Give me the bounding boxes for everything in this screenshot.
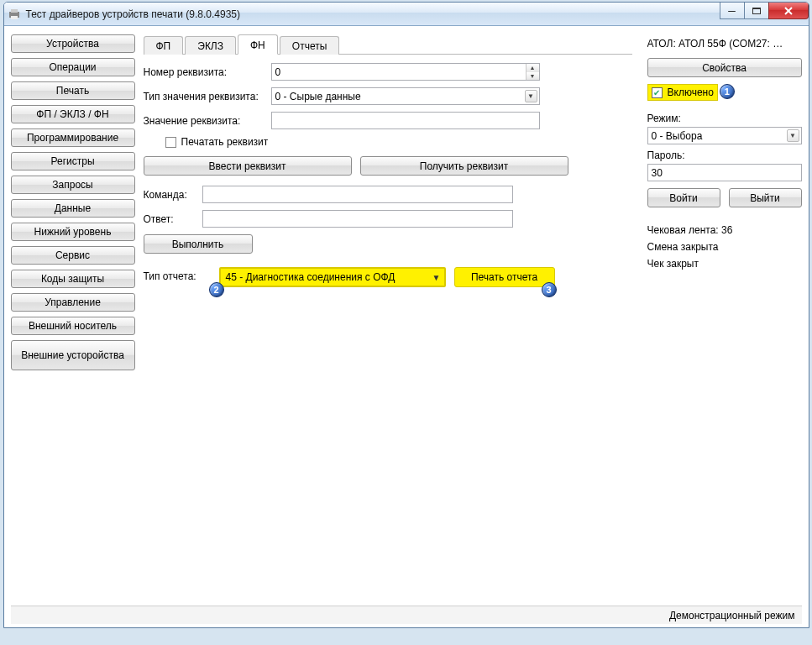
annotation-badge-1: 1	[720, 84, 735, 99]
window-title: Тест драйверов устройств печати (9.8.0.4…	[26, 8, 240, 20]
chevron-down-icon: ▼	[432, 273, 441, 282]
nav-protection[interactable]: Коды защиты	[11, 270, 135, 288]
nav-external-media[interactable]: Внешний носитель	[11, 317, 135, 335]
nav-programming[interactable]: Программирование	[11, 128, 135, 147]
label-report-type: Тип отчета:	[144, 267, 219, 282]
chevron-down-icon: ▼	[787, 129, 799, 142]
right-panel: АТОЛ: АТОЛ 55Ф (COM27: … Свойства ✔ Вклю…	[641, 34, 802, 622]
minimize-button[interactable]: ─	[720, 3, 745, 19]
label-req-num: Номер реквизита:	[144, 66, 271, 78]
tab-fn[interactable]: ФН	[238, 34, 278, 55]
nav-control[interactable]: Управление	[11, 293, 135, 312]
enabled-checkbox[interactable]: ✔	[652, 87, 663, 98]
tape-status: Чековая лента: 36	[647, 224, 802, 236]
label-req-type: Тип значения реквизита:	[144, 91, 271, 102]
svg-rect-1	[11, 9, 18, 13]
label-password: Пароль:	[647, 149, 802, 161]
nav-service[interactable]: Сервис	[11, 246, 135, 265]
nav-devices[interactable]: Устройства	[11, 34, 135, 53]
titlebar[interactable]: Тест драйверов устройств печати (9.8.0.4…	[4, 3, 809, 26]
print-req-label: Печатать реквизит	[181, 136, 269, 148]
printer-icon	[8, 8, 21, 21]
ans-input[interactable]	[202, 210, 513, 228]
nav-registers[interactable]: Регистры	[11, 152, 135, 170]
status-bar: Демонстрационный режим	[11, 606, 802, 624]
mode-select[interactable]: 0 - Выбора ▼	[647, 127, 802, 144]
print-report-button[interactable]: Печать отчета	[454, 267, 555, 287]
chevron-down-icon: ▼	[525, 90, 537, 102]
close-button[interactable]	[768, 3, 809, 19]
logout-button[interactable]: Выйти	[729, 188, 802, 207]
main-panel: ФП ЭКЛЗ ФН Отчеты Номер реквизита: 0 ▲ ▼…	[135, 34, 641, 622]
app-window: Тест драйверов устройств печати (9.8.0.4…	[3, 2, 809, 628]
nav-external-devices[interactable]: Внешние усторойства	[11, 340, 135, 370]
req-num-value: 0	[272, 66, 526, 78]
properties-button[interactable]: Свойства	[647, 58, 802, 77]
req-num-input[interactable]: 0 ▲ ▼	[271, 63, 540, 81]
receipt-status: Чек закрыт	[647, 258, 802, 270]
tab-reports[interactable]: Отчеты	[280, 36, 339, 55]
enabled-label: Включено	[668, 87, 714, 98]
get-req-button[interactable]: Получить реквизит	[360, 156, 568, 176]
password-input[interactable]	[647, 164, 802, 181]
maximize-button[interactable]	[744, 3, 769, 19]
label-mode: Режим:	[647, 113, 802, 124]
req-val-input[interactable]	[271, 112, 540, 129]
shift-status: Смена закрыта	[647, 241, 802, 253]
label-ans: Ответ:	[144, 213, 202, 225]
login-button[interactable]: Войти	[647, 188, 720, 207]
nav-fp-eklz-fn[interactable]: ФП / ЭКЛЗ / ФН	[11, 105, 135, 123]
report-type-value: 45 - Диагностика соединения с ОФД	[226, 271, 396, 283]
nav-operations[interactable]: Операции	[11, 58, 135, 76]
req-type-select[interactable]: 0 - Сырые данные ▼	[271, 87, 540, 105]
tab-fp[interactable]: ФП	[144, 36, 184, 55]
annotation-badge-3: 3	[542, 282, 557, 297]
execute-button[interactable]: Выполнить	[144, 234, 253, 254]
annotation-badge-2: 2	[209, 282, 224, 297]
print-req-checkbox[interactable]	[165, 137, 176, 148]
nav-data[interactable]: Данные	[11, 199, 135, 218]
cmd-input[interactable]	[202, 186, 513, 203]
svg-rect-2	[11, 16, 18, 19]
label-req-val: Значение реквизита:	[144, 115, 271, 127]
tab-bar: ФП ЭКЛЗ ФН Отчеты	[144, 34, 632, 55]
device-name: АТОЛ: АТОЛ 55Ф (COM27: …	[647, 38, 802, 50]
spin-down-icon[interactable]: ▼	[526, 72, 539, 81]
label-cmd: Команда:	[144, 189, 202, 201]
nav-lowlevel[interactable]: Нижний уровень	[11, 223, 135, 241]
report-type-select[interactable]: 45 - Диагностика соединения с ОФД ▼	[219, 267, 446, 287]
enabled-highlight: ✔ Включено	[647, 84, 718, 101]
tab-eklz[interactable]: ЭКЛЗ	[185, 36, 236, 55]
nav-print[interactable]: Печать	[11, 81, 135, 100]
enter-req-button[interactable]: Ввести реквизит	[144, 156, 352, 176]
mode-value: 0 - Выбора	[652, 130, 703, 142]
spin-up-icon[interactable]: ▲	[526, 64, 539, 72]
req-type-value: 0 - Сырые данные	[275, 91, 361, 102]
left-nav: Устройства Операции Печать ФП / ЭКЛЗ / Ф…	[11, 34, 135, 622]
nav-requests[interactable]: Запросы	[11, 176, 135, 194]
status-text: Демонстрационный режим	[669, 610, 795, 621]
